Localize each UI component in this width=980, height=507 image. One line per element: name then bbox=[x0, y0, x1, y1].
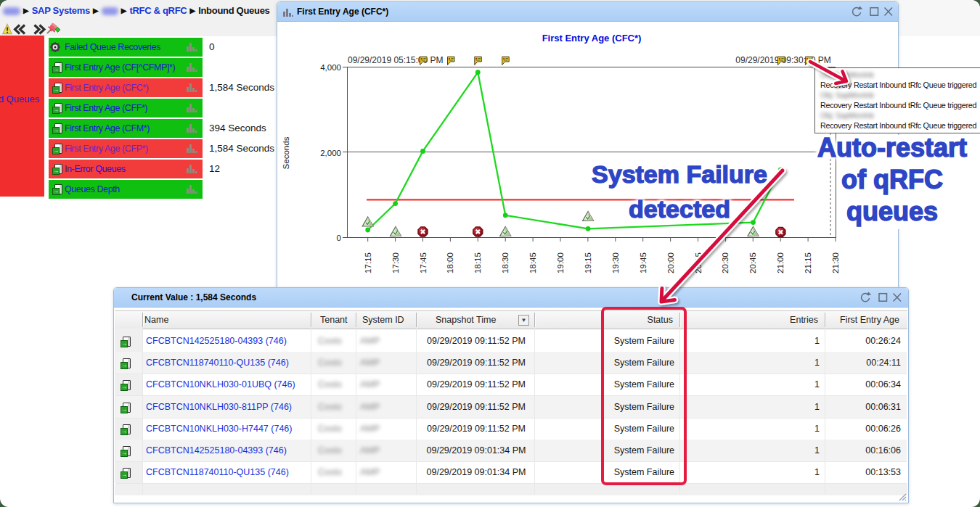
svg-text:21:00: 21:00 bbox=[776, 252, 785, 273]
svg-text:19:00: 19:00 bbox=[556, 252, 565, 273]
svg-text:18:45: 18:45 bbox=[528, 252, 537, 273]
svg-text:09/29/2019 05:15:00 PM: 09/29/2019 05:15:00 PM bbox=[348, 55, 443, 65]
svg-text:21:15: 21:15 bbox=[804, 252, 812, 273]
svg-text:17:15: 17:15 bbox=[364, 252, 372, 273]
svg-text:Seconds: Seconds bbox=[282, 136, 290, 169]
svg-text:18:30: 18:30 bbox=[501, 252, 510, 273]
svg-text:19:30: 19:30 bbox=[611, 252, 620, 273]
svg-text:4,000: 4,000 bbox=[320, 63, 341, 72]
svg-text:20:15: 20:15 bbox=[694, 252, 703, 273]
svg-text:18:15: 18:15 bbox=[473, 252, 482, 273]
svg-text:18:00: 18:00 bbox=[446, 252, 454, 273]
svg-text:0: 0 bbox=[337, 234, 341, 242]
svg-text:21:30: 21:30 bbox=[831, 252, 840, 273]
svg-text:First Entry Age (CFC*): First Entry Age (CFC*) bbox=[542, 33, 642, 44]
svg-text:17:30: 17:30 bbox=[391, 252, 400, 273]
svg-text:19:15: 19:15 bbox=[584, 252, 592, 273]
svg-text:20:00: 20:00 bbox=[666, 252, 675, 273]
svg-text:17:45: 17:45 bbox=[419, 252, 428, 273]
svg-text:19:45: 19:45 bbox=[639, 252, 648, 273]
svg-text:20:45: 20:45 bbox=[748, 252, 757, 273]
svg-text:2,000: 2,000 bbox=[320, 149, 341, 157]
svg-text:20:30: 20:30 bbox=[721, 252, 730, 273]
